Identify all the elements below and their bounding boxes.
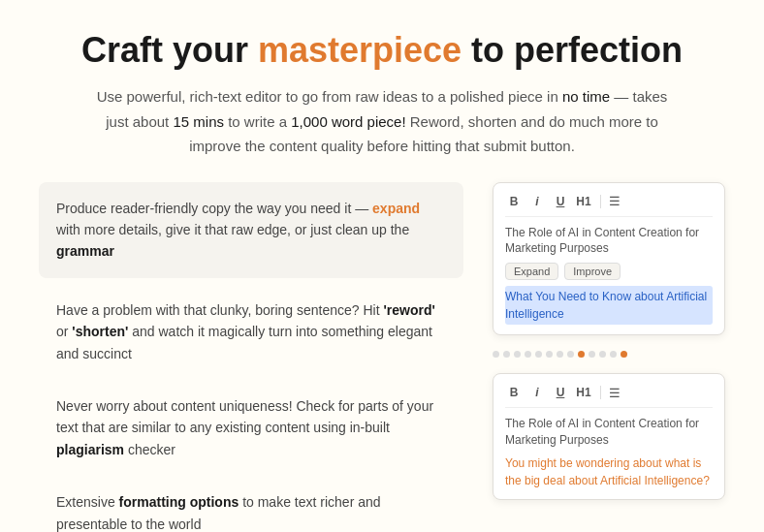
dot-5 — [535, 351, 542, 358]
card1-highlighted-text: What You Need to Know about Artificial I… — [505, 286, 713, 325]
improve-chip[interactable]: Improve — [564, 263, 621, 280]
dot-6 — [546, 351, 553, 358]
bold-button-1[interactable]: B — [505, 193, 523, 210]
italic-button-1[interactable]: i — [528, 193, 546, 210]
toolbar-2: B i U H1 ☰ — [505, 384, 713, 408]
heading-part1: Craft your — [81, 30, 258, 70]
card2-body-text: You might be wondering about what is the… — [505, 454, 713, 489]
list-icon-1[interactable]: ☰ — [609, 194, 621, 208]
bold-button-2[interactable]: B — [505, 384, 523, 401]
dot-4 — [525, 351, 531, 358]
expand-improve-row: Expand Improve — [505, 263, 713, 280]
expand-keyword: expand — [372, 201, 420, 216]
dot-8 — [567, 351, 574, 358]
plagiarism-keyword: plagiarism — [56, 442, 124, 457]
feature-item-reword: Have a problem with that clunky, boring … — [39, 284, 463, 380]
card1-title: The Role of AI in Content Creation for M… — [505, 225, 713, 258]
dot-12 — [610, 351, 617, 358]
feature-item-expand: Produce reader-friendly copy the way you… — [39, 182, 463, 278]
toolbar-1: B i U H1 ☰ — [505, 193, 713, 217]
editor-card-1: B i U H1 ☰ The Role of AI in Content Cre… — [493, 182, 725, 336]
heading-accent: masterpiece — [258, 30, 462, 70]
formatting-keyword: formatting options — [119, 494, 239, 510]
dot-10 — [589, 351, 595, 358]
toolbar-separator-1 — [600, 195, 601, 208]
editor-cards: B i U H1 ☰ The Role of AI in Content Cre… — [493, 182, 725, 500]
dot-3 — [514, 351, 521, 358]
dot-2 — [503, 351, 510, 358]
underline-button-2[interactable]: U — [552, 384, 569, 401]
grammar-keyword: grammar — [56, 243, 114, 259]
h1-button-1[interactable]: H1 — [575, 193, 592, 210]
list-icon-2[interactable]: ☰ — [609, 386, 621, 400]
dot-9-active — [578, 351, 585, 358]
underline-button-1[interactable]: U — [552, 193, 569, 210]
toolbar-separator-2 — [600, 386, 601, 399]
shorten-keyword: 'shorten' — [72, 324, 128, 339]
features-list: Produce reader-friendly copy the way you… — [39, 182, 463, 532]
italic-button-2[interactable]: i — [528, 384, 546, 401]
page-wrapper: Craft your masterpiece to perfection Use… — [0, 0, 764, 532]
dot-1 — [493, 351, 499, 358]
header-subtitle: Use powerful, rich-text editor to go fro… — [91, 84, 673, 159]
editor-card-2: B i U H1 ☰ The Role of AI in Content Cre… — [493, 373, 725, 500]
h1-button-2[interactable]: H1 — [575, 384, 592, 401]
dot-left-active — [621, 351, 627, 358]
pagination-dots — [493, 347, 725, 361]
feature-item-plagiarism: Never worry about content uniqueness! Ch… — [39, 380, 463, 476]
heading-part2: to perfection — [462, 30, 683, 70]
main-content: Produce reader-friendly copy the way you… — [39, 182, 725, 532]
main-heading: Craft your masterpiece to perfection — [39, 29, 725, 71]
card2-title: The Role of AI in Content Creation for M… — [505, 416, 713, 449]
feature-item-formatting: Extensive formatting options to make tex… — [39, 476, 463, 532]
reword-keyword: 'reword' — [383, 302, 434, 318]
header-section: Craft your masterpiece to perfection Use… — [39, 29, 725, 159]
dot-7 — [557, 351, 563, 358]
dot-11 — [599, 351, 606, 358]
expand-chip[interactable]: Expand — [505, 263, 558, 280]
